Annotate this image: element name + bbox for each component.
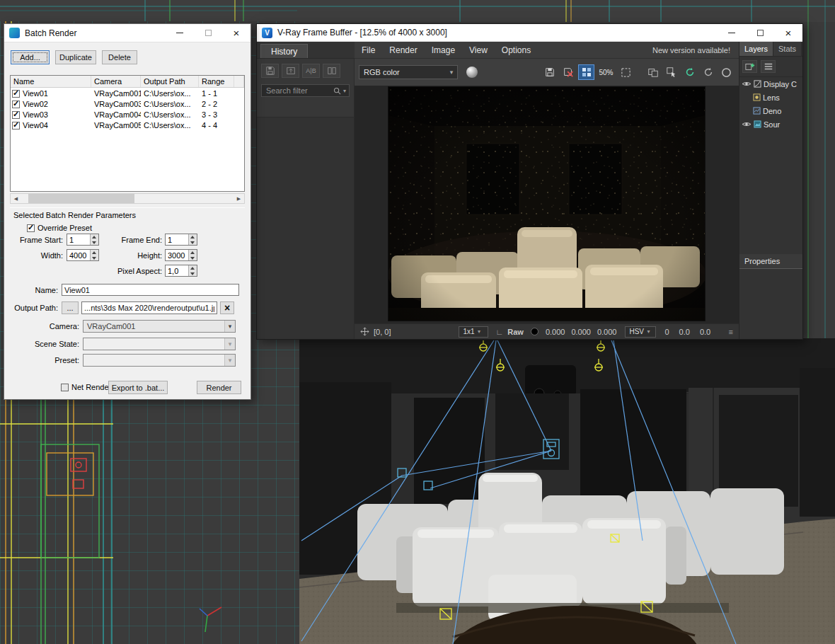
spin-down-icon[interactable] [189, 271, 197, 277]
tab-stats[interactable]: Stats [773, 42, 802, 56]
camera-combo[interactable]: VRayCam001▾ [83, 320, 236, 333]
row-checkbox[interactable]: ✓ [12, 122, 20, 130]
menu-view[interactable]: View [462, 45, 495, 55]
chevron-down-icon[interactable]: ▾ [343, 88, 346, 94]
scroll-right-icon[interactable]: ▶ [234, 194, 244, 203]
compare-horizontal-icon[interactable] [323, 64, 340, 78]
delete-button[interactable]: Delete [102, 50, 137, 64]
spin-up-icon[interactable] [189, 250, 197, 255]
width-spinner[interactable]: 4000 [67, 249, 99, 261]
column-camera[interactable]: Camera [91, 76, 141, 87]
history-list[interactable] [257, 117, 354, 339]
hsv-combo[interactable]: HSV▾ [625, 326, 656, 338]
spin-up-icon[interactable] [189, 234, 197, 240]
history-load-icon[interactable] [282, 64, 299, 78]
rendered-image[interactable] [388, 87, 705, 321]
row-checkbox[interactable]: ✓ [12, 111, 20, 119]
minimize-button[interactable] [166, 24, 194, 42]
maximize-button[interactable] [194, 24, 222, 42]
region-render-icon[interactable] [618, 64, 634, 80]
column-output[interactable]: Output Path [141, 76, 199, 87]
clear-image-icon[interactable] [560, 64, 576, 80]
spin-down-icon[interactable] [91, 240, 98, 246]
scrollbar-thumb[interactable] [28, 194, 134, 203]
table-row[interactable]: ✓View01 VRayCam001 C:\Users\ox... 1 - 1 [11, 88, 244, 98]
panel-toggle-icon[interactable]: ≡ [729, 328, 733, 336]
compare-images-icon[interactable] [645, 64, 661, 80]
spin-down-icon[interactable] [189, 255, 197, 261]
menu-image[interactable]: Image [425, 45, 462, 55]
override-preset-checkbox[interactable]: ✓ Override Preset [25, 224, 92, 232]
layer-item[interactable]: Sour [739, 117, 802, 131]
table-hscrollbar[interactable]: ◀ ▶ [10, 193, 245, 204]
table-row[interactable]: ✓View04 VRayCam005 C:\Users\ox... 4 - 4 [11, 120, 244, 130]
tab-layers[interactable]: Layers [739, 42, 773, 56]
zoom-level-button[interactable]: 50% [597, 64, 616, 80]
frame-start-spinner[interactable]: 1 [67, 234, 99, 246]
compare-ab-icon[interactable]: A|B [302, 64, 320, 78]
render-last-icon[interactable] [681, 64, 698, 80]
projector [525, 365, 576, 398]
menu-render[interactable]: Render [382, 45, 424, 55]
refresh-icon[interactable] [700, 64, 716, 80]
eye-icon[interactable] [742, 121, 752, 127]
history-tab[interactable]: History [260, 44, 308, 58]
spin-up-icon[interactable] [91, 234, 98, 240]
maximize-button[interactable] [746, 24, 774, 41]
add-layer-icon[interactable] [742, 60, 757, 73]
render-button[interactable]: Render [197, 381, 241, 394]
history-search[interactable]: ▾ [261, 84, 350, 97]
spin-up-icon[interactable] [91, 250, 98, 255]
row-checkbox[interactable]: ✓ [12, 100, 20, 108]
duplicate-button[interactable]: Duplicate [55, 50, 96, 64]
scroll-left-icon[interactable]: ◀ [11, 194, 21, 203]
clear-path-button[interactable]: × [220, 301, 234, 314]
track-mouse-icon[interactable] [663, 64, 679, 80]
spin-up-icon[interactable] [189, 265, 197, 271]
preset-combo[interactable]: ▾ [83, 354, 236, 367]
name-input[interactable] [62, 284, 239, 296]
column-extra[interactable] [234, 76, 244, 87]
add-button[interactable]: Add... [11, 50, 50, 64]
pixel-scale-combo[interactable]: 1x1▾ [459, 326, 488, 338]
save-image-icon[interactable] [541, 64, 558, 80]
layer-item[interactable]: Display C [739, 77, 802, 91]
layer-options-icon[interactable] [761, 60, 776, 73]
pan-icon[interactable] [360, 327, 369, 336]
table-row[interactable]: ✓View03 VRayCam004 C:\Users\ox... 3 - 3 [11, 109, 244, 120]
minimize-button[interactable] [718, 24, 746, 41]
export-bat-button[interactable]: Export to .bat... [108, 381, 168, 394]
menu-options[interactable]: Options [495, 45, 538, 55]
new-version-link[interactable]: New version available! [652, 46, 739, 54]
spin-down-icon[interactable] [91, 255, 98, 261]
scene-state-combo[interactable]: ▾ [83, 338, 236, 350]
display-correction-sphere-icon[interactable] [466, 67, 478, 78]
height-spinner[interactable]: 3000 [165, 249, 197, 261]
scrollbar-track[interactable] [21, 194, 234, 203]
vfb-menubar: File Render Image View Options New versi… [355, 42, 739, 59]
pixel-aspect-label: Pixel Aspect: [75, 267, 162, 275]
close-button[interactable]: × [222, 24, 250, 42]
browse-button[interactable]: ... [62, 301, 79, 314]
column-range[interactable]: Range [199, 76, 234, 87]
close-button[interactable]: × [774, 24, 802, 41]
pixel-aspect-spinner[interactable]: 1,0 [165, 265, 197, 277]
stop-render-icon[interactable] [718, 64, 735, 80]
spin-down-icon[interactable] [189, 240, 197, 246]
layer-item[interactable]: Lens [739, 91, 802, 104]
frame-end-spinner[interactable]: 1 [165, 234, 197, 246]
search-input[interactable] [265, 86, 331, 96]
history-save-icon[interactable] [261, 64, 279, 78]
eye-icon[interactable] [742, 81, 752, 87]
pixel-inspector-icon[interactable] [578, 64, 594, 80]
cell-range: 4 - 4 [199, 121, 234, 130]
column-name[interactable]: Name [11, 76, 91, 87]
layer-item[interactable]: Deno [739, 104, 802, 117]
table-row[interactable]: ✓View02 VRayCam003 C:\Users\ox... 2 - 2 [11, 98, 244, 109]
row-checkbox[interactable]: ✓ [12, 90, 20, 98]
render-view[interactable] [355, 86, 739, 323]
output-path-input[interactable] [81, 301, 217, 314]
net-render-checkbox[interactable]: Net Render [59, 383, 111, 391]
channel-combo[interactable]: RGB color ▾ [359, 65, 458, 79]
menu-file[interactable]: File [355, 45, 382, 55]
